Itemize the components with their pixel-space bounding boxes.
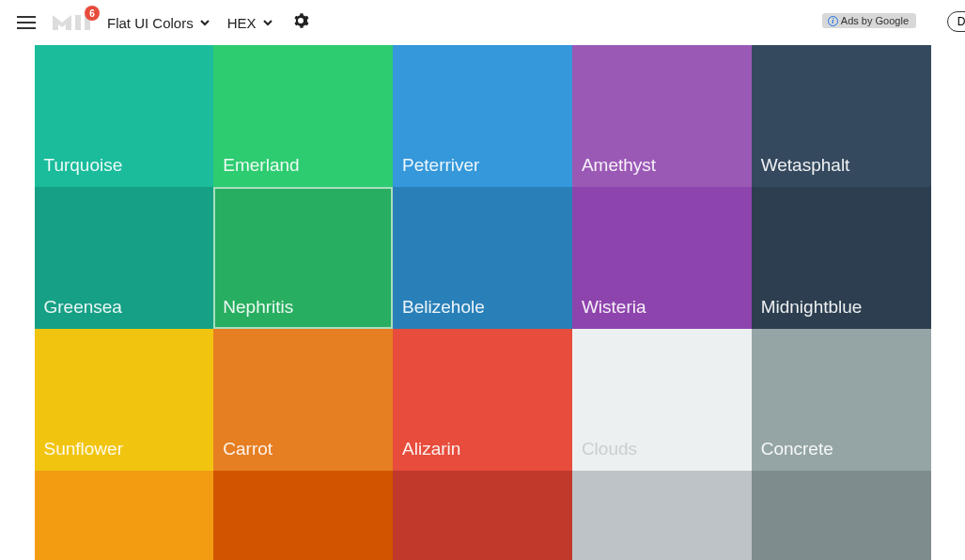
swatch-label: Sunflower: [44, 439, 124, 459]
chevron-down-icon: [199, 15, 210, 31]
format-selector[interactable]: HEX: [227, 15, 273, 31]
color-swatch[interactable]: Belizehole: [393, 187, 572, 329]
ads-by-google[interactable]: i Ads by Google: [822, 13, 916, 28]
swatch-label: Concrete: [761, 439, 833, 459]
palette-grid: TurquoiseEmerlandPeterriverAmethystWetas…: [35, 45, 931, 560]
swatch-label: Alizarin: [402, 439, 460, 459]
swatch-label: Wetasphalt: [761, 155, 850, 176]
color-swatch[interactable]: Carrot: [213, 329, 393, 471]
logo[interactable]: 6: [53, 11, 94, 34]
swatch-label: Belizehole: [402, 297, 485, 318]
color-swatch[interactable]: Clouds: [572, 329, 752, 471]
swatch-label: Nephritis: [223, 297, 293, 318]
color-swatch[interactable]: Wetasphalt: [752, 45, 931, 187]
swatch-label: Wisteria: [582, 297, 646, 318]
color-swatch[interactable]: Peterriver: [393, 45, 572, 187]
color-swatch[interactable]: Midnightblue: [752, 187, 931, 329]
swatch-label: Turquoise: [44, 155, 123, 176]
color-swatch[interactable]: [393, 471, 572, 560]
color-swatch[interactable]: Sunflower: [35, 329, 214, 471]
swatch-label: Midnightblue: [761, 297, 863, 318]
swatch-label: Emerland: [223, 155, 299, 176]
svg-rect-0: [75, 15, 81, 30]
swatch-label: Amethyst: [582, 155, 656, 176]
swatch-label: Peterriver: [402, 155, 479, 176]
color-swatch[interactable]: Concrete: [752, 329, 931, 471]
color-swatch[interactable]: Wisteria: [572, 187, 752, 329]
gear-icon: [292, 12, 309, 29]
palette-container: TurquoiseEmerlandPeterriverAmethystWetas…: [0, 45, 965, 560]
color-swatch[interactable]: Nephritis: [213, 187, 393, 329]
color-swatch[interactable]: [35, 471, 214, 560]
info-icon: i: [828, 16, 838, 26]
color-swatch[interactable]: [572, 471, 752, 560]
partial-button[interactable]: De: [947, 11, 965, 32]
color-swatch[interactable]: [213, 471, 393, 560]
chevron-down-icon: [262, 15, 273, 31]
color-swatch[interactable]: Alizarin: [393, 329, 572, 471]
palette-name: Flat UI Colors: [107, 15, 194, 31]
color-swatch[interactable]: Turquoise: [35, 45, 214, 187]
settings-button[interactable]: [292, 12, 309, 33]
menu-icon[interactable]: [17, 11, 39, 34]
color-swatch[interactable]: [752, 471, 931, 560]
swatch-label: Greensea: [44, 297, 122, 318]
swatch-label: Carrot: [223, 439, 272, 459]
color-swatch[interactable]: Emerland: [213, 45, 393, 187]
notification-badge: 6: [85, 6, 100, 21]
topbar: 6 Flat UI Colors HEX i Ads by Google De: [0, 0, 965, 45]
ads-label: Ads by Google: [841, 15, 909, 26]
color-swatch[interactable]: Amethyst: [572, 45, 752, 187]
format-label: HEX: [227, 15, 257, 31]
palette-selector[interactable]: Flat UI Colors: [107, 15, 210, 31]
swatch-label: Clouds: [582, 439, 637, 459]
color-swatch[interactable]: Greensea: [35, 187, 214, 329]
